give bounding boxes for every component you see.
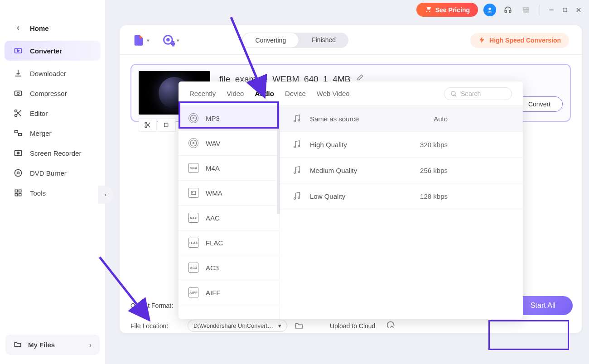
chevron-left-icon <box>14 24 23 33</box>
format-item-ac3[interactable]: AC3AC3 <box>179 255 280 280</box>
trim-action[interactable] <box>139 118 157 132</box>
maximize-button[interactable] <box>561 6 569 14</box>
compressor-icon <box>14 89 23 98</box>
sidebar-label: DVD Burner <box>30 169 67 177</box>
quality-label: High Quality <box>310 141 347 148</box>
format-icon <box>188 138 198 148</box>
titlebar-divider <box>540 5 540 15</box>
music-icon <box>292 139 302 149</box>
search-placeholder: Search <box>461 90 481 97</box>
tab-converting[interactable]: Converting <box>242 33 299 48</box>
format-popover: Recently Video Audio Device Web Video Se… <box>179 81 523 319</box>
svg-point-45 <box>298 120 300 121</box>
format-scrollbar[interactable] <box>277 105 280 214</box>
open-folder-button[interactable] <box>294 321 304 331</box>
format-label: AIFF <box>206 289 221 297</box>
see-pricing-label: See Pricing <box>435 6 470 14</box>
menu-button[interactable] <box>520 4 532 16</box>
quality-item-low[interactable]: Low Quality128 kbps <box>280 183 523 209</box>
minimize-button[interactable] <box>547 6 555 14</box>
cloud-icon[interactable] <box>387 321 397 331</box>
format-item-m4a[interactable]: M4AM4A <box>179 156 280 181</box>
popover-tab-audio[interactable]: Audio <box>255 87 274 100</box>
svg-point-50 <box>294 198 296 200</box>
account-button[interactable] <box>483 4 496 16</box>
quality-label: Medium Quality <box>310 167 357 174</box>
file-location-select[interactable]: D:\Wondershare UniConverter 1▾ <box>188 320 287 332</box>
sidebar-item-tools[interactable]: Tools <box>0 183 105 203</box>
popover-tab-video[interactable]: Video <box>227 87 244 100</box>
toolbar: + ▾ + ▾ Converting Finished High Speed C… <box>120 25 582 55</box>
svg-point-49 <box>298 171 300 173</box>
music-icon <box>292 165 302 175</box>
svg-point-28 <box>167 39 169 41</box>
format-label: WAV <box>206 139 221 147</box>
format-icon <box>188 188 198 198</box>
svg-line-37 <box>455 95 456 96</box>
sidebar-label: Converter <box>30 47 62 55</box>
file-location-label: File Location: <box>130 322 180 330</box>
sidebar-item-screen-recorder[interactable]: Screen Recorder <box>0 143 105 163</box>
svg-point-18 <box>488 7 491 10</box>
sidebar-item-downloader[interactable]: Downloader <box>0 63 105 83</box>
svg-point-48 <box>294 172 296 174</box>
support-button[interactable] <box>502 4 514 16</box>
sidebar-item-home[interactable]: Home <box>0 18 105 38</box>
sidebar-item-converter[interactable]: Converter <box>5 41 101 61</box>
see-pricing-button[interactable]: See Pricing <box>416 3 478 17</box>
format-label: AC3 <box>206 264 219 272</box>
svg-point-44 <box>294 120 296 122</box>
svg-text:+: + <box>171 39 175 47</box>
quality-label: Same as source <box>310 115 359 123</box>
popover-tab-webvideo[interactable]: Web Video <box>317 87 350 100</box>
add-file-button[interactable]: + ▾ <box>132 34 150 47</box>
titlebar: See Pricing <box>416 3 583 17</box>
format-item-aiff[interactable]: AIFFAIFF <box>179 280 280 305</box>
format-search-input[interactable]: Search <box>444 87 512 100</box>
sidebar-item-merger[interactable]: Merger <box>0 123 105 143</box>
format-item-wav[interactable]: WAV <box>179 131 280 156</box>
quality-item-high[interactable]: High Quality320 kbps <box>280 132 523 158</box>
quality-rate: Auto <box>434 115 448 123</box>
tab-finished[interactable]: Finished <box>299 33 348 48</box>
sidebar-label: Screen Recorder <box>30 149 81 157</box>
hsc-label: High Speed Conversion <box>489 37 561 44</box>
format-list[interactable]: MP3 WAV M4AM4A WMA AACAAC FLACFLAC AC3AC… <box>179 106 280 319</box>
upload-cloud-label: Upload to Cloud <box>330 322 380 330</box>
scissors-icon <box>14 109 23 118</box>
format-item-flac[interactable]: FLACFLAC <box>179 230 280 255</box>
convert-button[interactable]: Convert <box>516 96 563 112</box>
cart-icon <box>425 5 432 14</box>
add-dvd-button[interactable]: + ▾ <box>162 34 179 47</box>
sidebar-label: Tools <box>30 189 46 197</box>
quality-item-medium[interactable]: Medium Quality256 kbps <box>280 158 523 183</box>
sidebar-item-editor[interactable]: Editor <box>0 103 105 123</box>
merger-icon <box>14 129 23 138</box>
popover-tab-device[interactable]: Device <box>285 87 306 100</box>
popover-tab-recently[interactable]: Recently <box>189 87 216 100</box>
quality-rate: 128 kbps <box>420 192 448 200</box>
format-item-wma[interactable]: WMA <box>179 181 280 206</box>
lightning-icon <box>478 36 486 45</box>
high-speed-badge[interactable]: High Speed Conversion <box>470 33 569 48</box>
svg-point-12 <box>15 170 22 177</box>
crop-action[interactable] <box>158 118 176 132</box>
sidebar-item-dvd-burner[interactable]: DVD Burner <box>0 163 105 183</box>
close-button[interactable] <box>575 6 583 14</box>
sidebar-item-compressor[interactable]: Compressor <box>0 83 105 103</box>
my-files-label: My Files <box>28 341 55 349</box>
sidebar-collapse-toggle[interactable]: ‹ <box>98 186 113 204</box>
format-icon: AAC <box>188 213 198 223</box>
svg-point-43 <box>192 192 193 193</box>
quality-label: Low Quality <box>310 192 345 200</box>
svg-point-39 <box>193 118 194 119</box>
svg-point-41 <box>193 143 194 144</box>
format-item-aac[interactable]: AACAAC <box>179 206 280 230</box>
svg-rect-23 <box>563 8 567 11</box>
converter-icon <box>14 46 23 55</box>
my-files-button[interactable]: My Files › <box>5 335 100 355</box>
svg-text:+: + <box>139 39 144 47</box>
quality-item-source[interactable]: Same as sourceAuto <box>280 106 523 132</box>
svg-point-4 <box>15 110 17 112</box>
format-item-mp3[interactable]: MP3 <box>179 106 280 131</box>
